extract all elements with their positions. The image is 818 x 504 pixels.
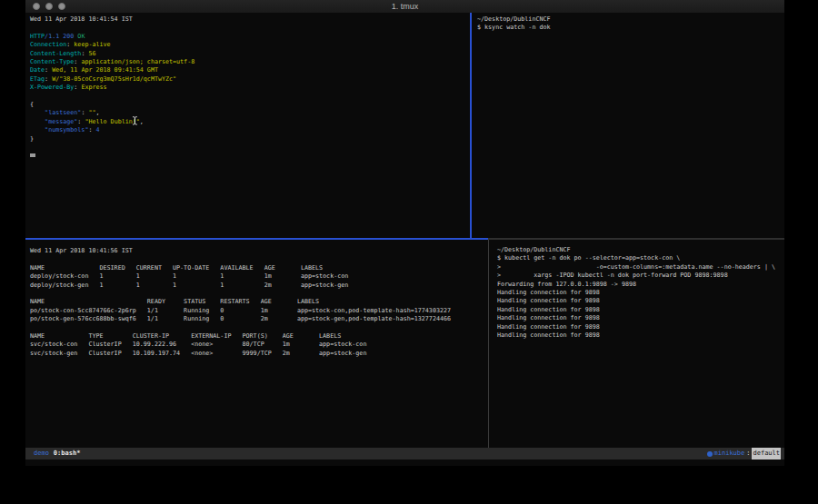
session-name: demo — [34, 448, 49, 460]
kubernetes-helm-icon — [707, 451, 713, 457]
terminal-line: Handling connection for 9898 — [497, 297, 793, 305]
terminal-line: Forwarding from 127.0.0.1:9898 -> 9898 — [497, 281, 793, 289]
pane-kubectl-get[interactable]: Wed 11 Apr 2018 10:41:56 ISTNAME DESIRED… — [25, 240, 493, 455]
tmux-status-bar: demo 0:bash* minikube : default — [25, 448, 784, 460]
terminal-line — [30, 93, 474, 101]
terminal-line: Handling connection for 9898 — [497, 323, 793, 331]
pane-divider-horizontal[interactable] — [488, 238, 784, 240]
terminal-line: Handling connection for 9898 — [497, 289, 793, 297]
terminal-line: Content-Length: 56 — [30, 50, 474, 58]
terminal-line: ~/Desktop/DublinCNCF — [477, 15, 790, 24]
terminal-window: 1. tmux Wed 11 Apr 2018 10:41:54 ISTHTTP… — [25, 0, 784, 466]
window-tab-bash[interactable]: 0:bash* — [54, 448, 81, 460]
window-title: 1. tmux — [25, 2, 784, 11]
terminal-line: Handling connection for 9898 — [497, 306, 793, 314]
window-titlebar: 1. tmux — [25, 0, 784, 13]
terminal-line: Connection: keep-alive — [30, 41, 474, 49]
desktop-background: 1. tmux Wed 11 Apr 2018 10:41:54 ISTHTTP… — [0, 0, 818, 504]
terminal-line: NAME DESIRED CURRENT UP-TO-DATE AVAILABL… — [30, 264, 493, 272]
pane-divider-vertical[interactable] — [488, 240, 489, 448]
zoom-button[interactable] — [58, 3, 65, 10]
terminal-line: HTTP/1.1 200 OK — [30, 33, 474, 41]
kube-separator: : — [746, 448, 750, 460]
pane-http-response[interactable]: Wed 11 Apr 2018 10:41:54 ISTHTTP/1.1 200… — [25, 13, 474, 241]
terminal-line: Date: Wed, 11 Apr 2018 09:41:54 GMT — [30, 66, 474, 74]
terminal-line: Content-Type: application/json; charset=… — [30, 58, 474, 66]
traffic-lights — [33, 0, 65, 13]
terminal-line: X-Powered-By: Express — [30, 84, 474, 92]
terminal-line: ~/Desktop/DublinCNCF — [497, 246, 793, 254]
terminal-line — [30, 324, 493, 332]
terminal-line: $ ksync watch -n dok — [477, 24, 790, 32]
terminal-line: "lastseen": "", — [30, 109, 474, 117]
active-pane-divider-vertical[interactable] — [470, 13, 472, 240]
terminal-line: Handling connection for 9898 — [497, 314, 793, 322]
terminal-line: > -o=custom-columns=:metadata.name --no-… — [497, 263, 793, 272]
terminal-line — [30, 290, 493, 298]
terminal-line: $ kubectl get -n dok po --selector=app=s… — [497, 254, 793, 262]
terminal-line — [30, 152, 474, 160]
close-button[interactable] — [33, 3, 40, 10]
terminal-line: NAME TYPE CLUSTER-IP EXTERNAL-IP PORT(S)… — [30, 332, 493, 341]
terminal-line: Wed 11 Apr 2018 10:41:54 IST — [30, 15, 474, 24]
status-left: demo 0:bash* — [25, 448, 80, 460]
terminal-line: svc/stock-con ClusterIP 10.99.222.96 <no… — [30, 341, 493, 349]
terminal-line: po/stock-gen-576cc688bb-swqf6 1/1 Runnin… — [30, 315, 493, 323]
terminal-line: "message": "Hello Dublin!", — [30, 118, 474, 126]
terminal-line: } — [30, 135, 474, 143]
terminal-line: deploy/stock-gen 1 1 1 1 2m app=stock-ge… — [30, 282, 493, 290]
terminal-line: { — [30, 101, 474, 109]
pane-ksync[interactable]: ~/Desktop/DublinCNCF$ ksync watch -n dok — [472, 13, 790, 241]
terminal-line — [30, 24, 474, 32]
status-right: minikube : default — [707, 448, 784, 460]
pane-port-forward[interactable]: ~/Desktop/DublinCNCF$ kubectl get -n dok… — [489, 240, 793, 454]
minimize-button[interactable] — [45, 3, 53, 10]
terminal-line: "numsymbols": 4 — [30, 126, 474, 134]
kube-namespace-badge: default — [752, 448, 781, 460]
terminal-line: ETag: W/"38-05coCsrg3mQ75sHr1d/qcMTwYZc" — [30, 75, 474, 84]
terminal-line: po/stock-con-5cc874766c-2p6rp 1/1 Runnin… — [30, 307, 493, 315]
active-pane-divider-horizontal[interactable] — [25, 238, 488, 240]
terminal-line — [30, 255, 493, 263]
terminal-line: Wed 11 Apr 2018 10:41:56 IST — [30, 247, 493, 255]
terminal-line: Handling connection for 9898 — [497, 331, 793, 340]
text-ibeam-cursor — [132, 112, 138, 121]
terminal-line: svc/stock-gen ClusterIP 10.109.197.74 <n… — [30, 350, 493, 358]
kube-context: minikube — [714, 448, 745, 460]
terminal-line: deploy/stock-con 1 1 1 1 1m app=stock-co… — [30, 272, 493, 281]
terminal-line: > xargs -IPOD kubectl -n dok port-forwar… — [497, 272, 793, 280]
terminal-line — [30, 143, 474, 152]
terminal-line: NAME READY STATUS RESTARTS AGE LABELS — [30, 298, 493, 306]
